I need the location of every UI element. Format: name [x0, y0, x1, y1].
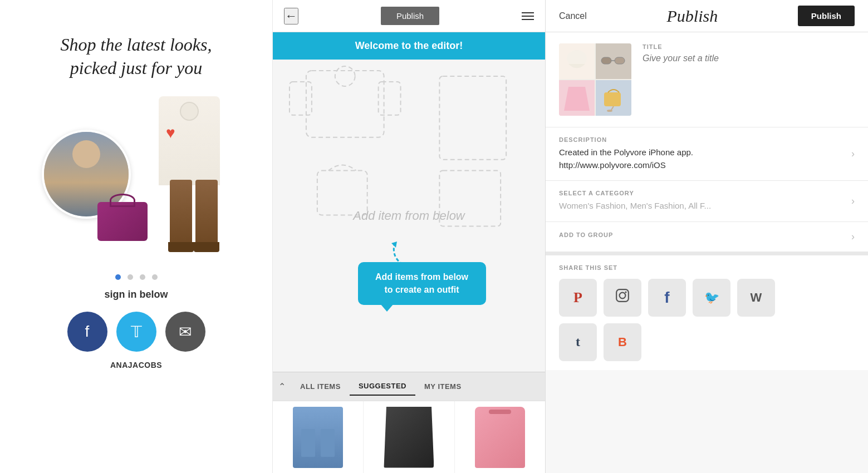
set-thumbnail — [559, 43, 631, 116]
backpack-thumbnail — [475, 407, 525, 468]
description-section[interactable]: DESCRIPTION Created in the Polyvore iPho… — [546, 127, 868, 181]
dot-2[interactable] — [127, 274, 133, 280]
username-label: ANAJACOBS — [110, 361, 162, 369]
publish-button-mid[interactable]: Publish — [381, 7, 439, 25]
social-buttons: f 𝕋 ✉ — [67, 312, 205, 352]
group-content: ADD TO GROUP — [559, 231, 613, 242]
category-content: SELECT A CATEGORY Women's Fashion, Men's… — [559, 190, 711, 213]
tumblr-icon: t — [576, 334, 580, 349]
dot-3[interactable] — [140, 274, 145, 280]
twitter-share-button[interactable]: 🐦 — [693, 279, 730, 317]
share-icons-row2: t B — [559, 323, 855, 361]
description-label: DESCRIPTION — [559, 136, 693, 143]
editor-header: ← Publish — [273, 0, 545, 32]
tab-all-items[interactable]: ALL ITEMS — [291, 378, 350, 395]
category-row[interactable]: SELECT A CATEGORY Women's Fashion, Men's… — [559, 190, 855, 213]
publish-form: TITLE DESCRIPTION Created in the Polyvor… — [546, 32, 868, 473]
set-preview-section: TITLE — [546, 32, 868, 127]
group-section[interactable]: ADD TO GROUP › — [546, 222, 868, 252]
email-icon: ✉ — [179, 323, 192, 341]
page-dots — [115, 274, 158, 280]
blogger-share-button[interactable]: B — [604, 323, 641, 361]
tumblr-share-button[interactable]: t — [559, 323, 597, 361]
items-grid — [273, 401, 545, 473]
twitter-share-icon: 🐦 — [704, 290, 719, 305]
mid-panel: ← Publish Welcome to the editor! — [273, 0, 546, 473]
category-chevron: › — [851, 195, 855, 207]
thumb-skirt — [559, 80, 595, 116]
publish-title: Publish — [666, 7, 718, 26]
svg-rect-10 — [615, 57, 625, 64]
publish-header: Cancel Publish Publish — [546, 0, 868, 32]
clothing-boots — [170, 180, 220, 252]
pinterest-icon: P — [573, 289, 582, 306]
heart-icon: ♥ — [166, 124, 175, 142]
svg-marker-12 — [564, 87, 590, 111]
svg-rect-0 — [306, 71, 384, 137]
set-title-area: TITLE — [643, 43, 855, 63]
dot-1[interactable] — [115, 274, 121, 280]
editor-welcome-bar: Welcome to the editor! — [273, 32, 545, 60]
facebook-share-icon: f — [664, 289, 669, 307]
tab-suggested[interactable]: SUGGESTED — [350, 377, 415, 396]
add-item-placeholder: Add item from below — [353, 209, 465, 223]
back-button[interactable]: ← — [284, 8, 298, 24]
item-black-skirt[interactable] — [364, 401, 454, 473]
item-backpack[interactable] — [455, 401, 545, 473]
tab-my-items[interactable]: MY ITEMS — [415, 378, 470, 395]
pinterest-share-button[interactable]: P — [559, 279, 597, 317]
group-row[interactable]: ADD TO GROUP › — [559, 231, 855, 243]
svg-rect-3 — [379, 82, 401, 115]
right-panel: Cancel Publish Publish — [546, 0, 868, 473]
category-placeholder: Women's Fashion, Men's Fashion, All F... — [559, 200, 711, 213]
left-panel: Shop the latest looks,picked just for yo… — [0, 0, 273, 473]
thumb-sunglasses — [596, 43, 631, 79]
collapse-items-button[interactable]: ⌃ — [278, 381, 286, 392]
svg-rect-16 — [616, 289, 629, 302]
instagram-share-button[interactable] — [604, 279, 641, 317]
description-chevron: › — [851, 148, 855, 160]
svg-point-18 — [625, 291, 626, 293]
wordpress-icon: W — [751, 290, 762, 305]
share-section: SHARE THIS SET P — [546, 252, 868, 370]
hamburger-menu[interactable] — [522, 12, 534, 20]
svg-point-15 — [607, 110, 612, 112]
blogger-icon: B — [618, 335, 627, 349]
share-icons-row1: P f 🐦 — [559, 279, 855, 317]
publish-button-right[interactable]: Publish — [798, 6, 855, 26]
twitter-signin-button[interactable]: 𝕋 — [116, 312, 156, 352]
title-field-label: TITLE — [643, 43, 855, 50]
item-jeans[interactable] — [273, 401, 364, 473]
thumb-top — [559, 43, 595, 79]
svg-rect-2 — [290, 82, 312, 115]
facebook-share-button[interactable]: f — [648, 279, 686, 317]
hero-image: ♥ — [42, 96, 231, 252]
cancel-button[interactable]: Cancel — [559, 11, 587, 21]
email-signin-button[interactable]: ✉ — [165, 312, 205, 352]
description-row[interactable]: DESCRIPTION Created in the Polyvore iPho… — [559, 136, 855, 171]
description-value: Created in the Polyvore iPhone app.http:… — [559, 146, 693, 171]
title-input[interactable] — [643, 53, 855, 63]
svg-marker-7 — [391, 242, 397, 248]
tooltip-text: Add items from below to create an outfit — [375, 272, 468, 294]
facebook-signin-button[interactable]: f — [67, 312, 107, 352]
category-section[interactable]: SELECT A CATEGORY Women's Fashion, Men's… — [546, 181, 868, 222]
thumb-accessories — [596, 80, 631, 116]
group-chevron: › — [851, 231, 855, 243]
svg-point-17 — [620, 293, 626, 299]
editor-canvas: Add item from below Add items from below… — [273, 60, 545, 372]
sign-in-label: sign in below — [104, 289, 168, 300]
dot-4[interactable] — [152, 274, 158, 280]
share-label: SHARE THIS SET — [559, 264, 855, 271]
skirt-thumbnail — [384, 407, 434, 468]
description-content: DESCRIPTION Created in the Polyvore iPho… — [559, 136, 693, 171]
svg-rect-9 — [601, 57, 611, 64]
svg-rect-4 — [439, 76, 506, 160]
wordpress-share-button[interactable]: W — [737, 279, 775, 317]
twitter-icon: 𝕋 — [131, 323, 142, 341]
clothing-bag — [97, 202, 148, 241]
svg-rect-13 — [604, 92, 621, 106]
category-label: SELECT A CATEGORY — [559, 190, 711, 196]
group-label: ADD TO GROUP — [559, 231, 613, 238]
items-tabs: ⌃ ALL ITEMS SUGGESTED MY ITEMS — [273, 372, 545, 401]
